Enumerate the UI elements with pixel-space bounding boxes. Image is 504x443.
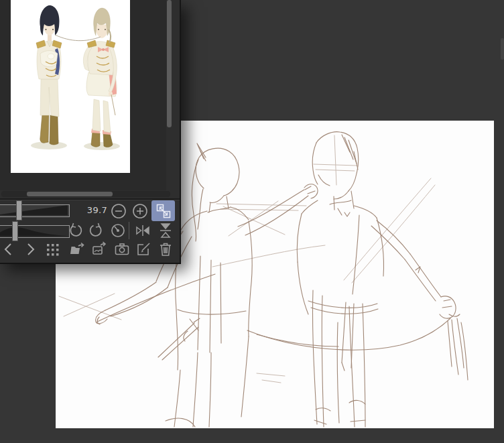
image-export-icon: [90, 241, 108, 258]
subview-horizontal-scrollbar[interactable]: [1, 191, 170, 197]
flip-vertical-icon: [157, 222, 174, 239]
flip-vertical-button[interactable]: [157, 222, 174, 239]
toolbar-divider: [129, 222, 129, 239]
delete-image-button[interactable]: [157, 241, 174, 258]
subview-palette: 39.7: [0, 0, 181, 264]
trash-icon: [157, 241, 174, 258]
grid-icon: [45, 241, 61, 257]
chevron-left-icon: [1, 241, 17, 257]
zoom-readout: 39.7: [83, 205, 107, 215]
send-to-canvas-button[interactable]: [90, 241, 108, 258]
zoom-slider-handle[interactable]: [16, 200, 22, 220]
application-window: 39.7: [0, 0, 504, 443]
flip-horizontal-button[interactable]: [134, 222, 151, 239]
rotate-left-icon: [67, 223, 83, 239]
zoom-in-button[interactable]: [131, 202, 149, 220]
fit-to-window-icon: [156, 204, 171, 218]
thumbnail-list-button[interactable]: [44, 241, 62, 258]
subview-viewport[interactable]: [0, 0, 166, 190]
previous-image-button[interactable]: [0, 241, 17, 258]
chevron-right-icon: [22, 241, 38, 257]
next-image-button[interactable]: [21, 241, 39, 258]
rotation-slider-handle[interactable]: [12, 221, 18, 241]
subview-vertical-scrollbar-thumb[interactable]: [167, 0, 172, 127]
zoom-out-button[interactable]: [110, 202, 127, 220]
import-image-button[interactable]: [68, 241, 86, 258]
open-folder-icon: [68, 241, 86, 258]
subview-horizontal-scrollbar-thumb[interactable]: [27, 192, 113, 196]
zoom-in-icon: [132, 203, 148, 219]
window-scrollbar-thumb[interactable]: [501, 38, 504, 60]
reference-illustration: [11, 0, 130, 173]
capture-image-button[interactable]: [113, 241, 131, 258]
subview-vertical-scrollbar[interactable]: [166, 0, 172, 190]
edit-pencil-icon: [135, 241, 153, 258]
reset-rotation-icon: [110, 223, 126, 239]
rotate-right-icon: [88, 223, 105, 239]
flip-horizontal-icon: [134, 222, 151, 239]
zoom-out-icon: [111, 203, 127, 219]
reset-rotation-button[interactable]: [109, 222, 127, 239]
camera-icon: [113, 241, 131, 258]
rotate-right-button[interactable]: [88, 222, 105, 239]
zoom-slider[interactable]: [0, 204, 70, 217]
rotate-left-button[interactable]: [66, 222, 84, 239]
fit-to-window-button[interactable]: [151, 200, 175, 221]
rotation-slider[interactable]: [0, 225, 70, 238]
edit-image-button[interactable]: [135, 241, 153, 258]
